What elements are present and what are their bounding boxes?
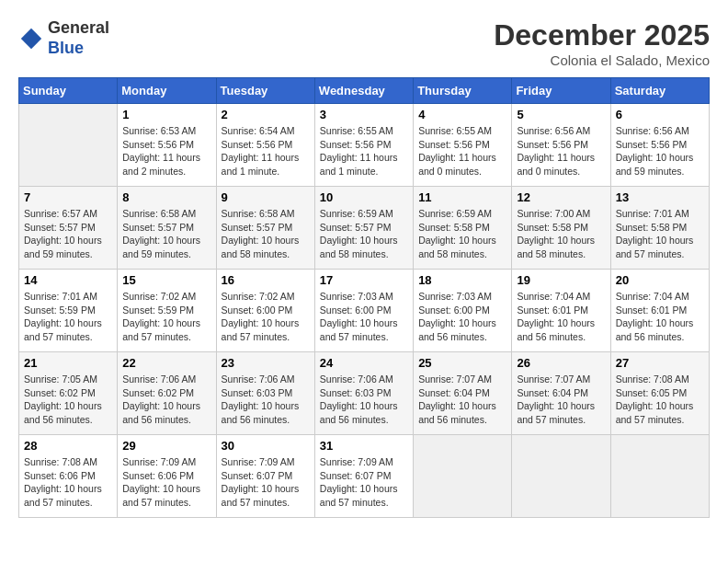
day-info: Sunrise: 7:01 AMSunset: 5:59 PMDaylight:… [24, 290, 112, 344]
day-number: 26 [517, 356, 605, 370]
day-number: 20 [616, 273, 704, 287]
calendar-day-cell: 16Sunrise: 7:02 AMSunset: 6:00 PMDayligh… [216, 270, 314, 352]
day-number: 6 [616, 108, 704, 121]
calendar-week-row: 7Sunrise: 6:57 AMSunset: 5:57 PMDaylight… [19, 187, 710, 270]
calendar-week-row: 28Sunrise: 7:08 AMSunset: 6:06 PMDayligh… [19, 435, 710, 518]
day-info: Sunrise: 7:08 AMSunset: 6:05 PMDaylight:… [616, 373, 704, 427]
day-number: 4 [418, 108, 506, 121]
day-info: Sunrise: 7:06 AMSunset: 6:03 PMDaylight:… [222, 373, 310, 427]
calendar-day-cell: 17Sunrise: 7:03 AMSunset: 6:00 PMDayligh… [314, 270, 413, 352]
logo-text: General Blue [48, 18, 109, 58]
calendar-day-cell: 30Sunrise: 7:09 AMSunset: 6:07 PMDayligh… [216, 435, 314, 518]
day-number: 10 [320, 190, 408, 204]
calendar-day-cell: 14Sunrise: 7:01 AMSunset: 5:59 PMDayligh… [19, 270, 118, 352]
day-info: Sunrise: 6:53 AMSunset: 5:56 PMDaylight:… [122, 124, 210, 178]
day-number: 23 [222, 356, 310, 370]
calendar-day-cell: 24Sunrise: 7:06 AMSunset: 6:03 PMDayligh… [314, 352, 413, 435]
day-number: 22 [122, 356, 210, 370]
calendar-day-cell: 12Sunrise: 7:00 AMSunset: 5:58 PMDayligh… [512, 187, 610, 270]
calendar-body: 1Sunrise: 6:53 AMSunset: 5:56 PMDaylight… [19, 104, 710, 518]
calendar-day-cell: 11Sunrise: 6:59 AMSunset: 5:58 PMDayligh… [414, 187, 512, 270]
calendar-day-cell: 21Sunrise: 7:05 AMSunset: 6:02 PMDayligh… [19, 352, 118, 435]
calendar-day-cell: 26Sunrise: 7:07 AMSunset: 6:04 PMDayligh… [512, 352, 610, 435]
calendar-day-cell: 19Sunrise: 7:04 AMSunset: 6:01 PMDayligh… [512, 270, 610, 352]
day-info: Sunrise: 7:04 AMSunset: 6:01 PMDaylight:… [616, 290, 704, 344]
day-info: Sunrise: 6:55 AMSunset: 5:56 PMDaylight:… [418, 124, 506, 178]
calendar-day-cell: 23Sunrise: 7:06 AMSunset: 6:03 PMDayligh… [216, 352, 314, 435]
calendar-day-cell: 31Sunrise: 7:09 AMSunset: 6:07 PMDayligh… [314, 435, 413, 518]
day-number: 31 [320, 439, 408, 453]
month-title: December 2025 [494, 18, 710, 52]
weekday-header: Thursday [414, 78, 512, 104]
day-info: Sunrise: 7:07 AMSunset: 6:04 PMDaylight:… [418, 373, 506, 427]
weekday-header: Wednesday [314, 78, 413, 104]
calendar-week-row: 1Sunrise: 6:53 AMSunset: 5:56 PMDaylight… [19, 104, 710, 187]
calendar-table: SundayMondayTuesdayWednesdayThursdayFrid… [18, 77, 710, 518]
day-info: Sunrise: 7:03 AMSunset: 6:00 PMDaylight:… [320, 290, 408, 344]
day-number: 1 [122, 108, 210, 121]
calendar-week-row: 14Sunrise: 7:01 AMSunset: 5:59 PMDayligh… [19, 270, 710, 352]
calendar-day-cell: 5Sunrise: 6:56 AMSunset: 5:56 PMDaylight… [512, 104, 610, 187]
day-number: 29 [122, 439, 210, 453]
day-info: Sunrise: 6:57 AMSunset: 5:57 PMDaylight:… [24, 207, 112, 261]
weekday-header: Sunday [19, 78, 118, 104]
day-info: Sunrise: 7:09 AMSunset: 6:06 PMDaylight:… [122, 455, 210, 510]
calendar-day-cell: 28Sunrise: 7:08 AMSunset: 6:06 PMDayligh… [19, 435, 118, 518]
calendar-day-cell: 15Sunrise: 7:02 AMSunset: 5:59 PMDayligh… [118, 270, 216, 352]
day-number: 21 [24, 356, 112, 370]
calendar-day-cell: 3Sunrise: 6:55 AMSunset: 5:56 PMDaylight… [314, 104, 413, 187]
day-number: 11 [418, 190, 506, 204]
day-info: Sunrise: 7:09 AMSunset: 6:07 PMDaylight:… [320, 455, 408, 510]
day-info: Sunrise: 7:06 AMSunset: 6:02 PMDaylight:… [122, 373, 210, 427]
calendar-day-cell: 9Sunrise: 6:58 AMSunset: 5:57 PMDaylight… [216, 187, 314, 270]
weekday-header: Tuesday [216, 78, 314, 104]
day-number: 8 [122, 190, 210, 204]
page-header: General Blue December 2025 Colonia el Sa… [18, 18, 710, 68]
day-info: Sunrise: 7:07 AMSunset: 6:04 PMDaylight:… [517, 373, 605, 427]
day-number: 15 [122, 273, 210, 287]
day-number: 24 [320, 356, 408, 370]
day-info: Sunrise: 6:56 AMSunset: 5:56 PMDaylight:… [616, 124, 704, 178]
day-number: 3 [320, 108, 408, 121]
day-number: 19 [517, 273, 605, 287]
day-info: Sunrise: 7:05 AMSunset: 6:02 PMDaylight:… [24, 373, 112, 427]
calendar-day-cell: 1Sunrise: 6:53 AMSunset: 5:56 PMDaylight… [118, 104, 216, 187]
day-info: Sunrise: 6:59 AMSunset: 5:58 PMDaylight:… [418, 207, 506, 261]
calendar-day-cell [610, 435, 709, 518]
logo-line1: General [48, 18, 109, 39]
weekday-row: SundayMondayTuesdayWednesdayThursdayFrid… [19, 78, 710, 104]
day-number: 18 [418, 273, 506, 287]
day-info: Sunrise: 7:04 AMSunset: 6:01 PMDaylight:… [517, 290, 605, 344]
calendar-day-cell: 27Sunrise: 7:08 AMSunset: 6:05 PMDayligh… [610, 352, 709, 435]
calendar-week-row: 21Sunrise: 7:05 AMSunset: 6:02 PMDayligh… [19, 352, 710, 435]
day-info: Sunrise: 7:03 AMSunset: 6:00 PMDaylight:… [418, 290, 506, 344]
day-info: Sunrise: 7:02 AMSunset: 5:59 PMDaylight:… [122, 290, 210, 344]
day-number: 14 [24, 273, 112, 287]
calendar-day-cell: 8Sunrise: 6:58 AMSunset: 5:57 PMDaylight… [118, 187, 216, 270]
day-info: Sunrise: 6:54 AMSunset: 5:56 PMDaylight:… [222, 124, 310, 178]
calendar-day-cell: 10Sunrise: 6:59 AMSunset: 5:57 PMDayligh… [314, 187, 413, 270]
weekday-header: Friday [512, 78, 610, 104]
calendar-header: SundayMondayTuesdayWednesdayThursdayFrid… [19, 78, 710, 104]
calendar-day-cell: 22Sunrise: 7:06 AMSunset: 6:02 PMDayligh… [118, 352, 216, 435]
calendar-day-cell: 4Sunrise: 6:55 AMSunset: 5:56 PMDaylight… [414, 104, 512, 187]
day-info: Sunrise: 7:09 AMSunset: 6:07 PMDaylight:… [222, 455, 310, 510]
day-info: Sunrise: 6:56 AMSunset: 5:56 PMDaylight:… [517, 124, 605, 178]
day-info: Sunrise: 7:08 AMSunset: 6:06 PMDaylight:… [24, 455, 112, 510]
day-number: 12 [517, 190, 605, 204]
day-info: Sunrise: 6:59 AMSunset: 5:57 PMDaylight:… [320, 207, 408, 261]
calendar-day-cell: 20Sunrise: 7:04 AMSunset: 6:01 PMDayligh… [610, 270, 709, 352]
calendar-day-cell [19, 104, 118, 187]
day-info: Sunrise: 6:58 AMSunset: 5:57 PMDaylight:… [122, 207, 210, 261]
weekday-header: Monday [118, 78, 216, 104]
day-info: Sunrise: 7:02 AMSunset: 6:00 PMDaylight:… [222, 290, 310, 344]
day-number: 25 [418, 356, 506, 370]
calendar-day-cell [512, 435, 610, 518]
day-number: 9 [222, 190, 310, 204]
day-number: 7 [24, 190, 112, 204]
logo: General Blue [18, 18, 109, 58]
day-number: 28 [24, 439, 112, 453]
calendar-day-cell: 2Sunrise: 6:54 AMSunset: 5:56 PMDaylight… [216, 104, 314, 187]
day-info: Sunrise: 6:55 AMSunset: 5:56 PMDaylight:… [320, 124, 408, 178]
day-info: Sunrise: 7:00 AMSunset: 5:58 PMDaylight:… [517, 207, 605, 261]
